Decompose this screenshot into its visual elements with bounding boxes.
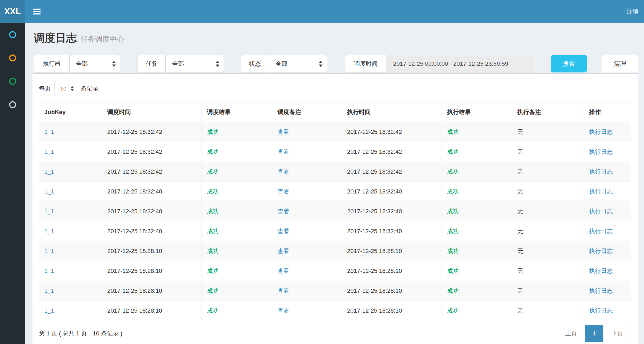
sidebar-item-4[interactable] [0, 93, 25, 116]
app-logo[interactable]: XXL [0, 0, 25, 23]
status-filter-group: 状态 全部 [224, 55, 327, 72]
trigger-result-cell: 成功 [201, 261, 272, 281]
logout-link[interactable]: 注销 [627, 0, 644, 23]
trigger-remark-view-link[interactable]: 查看 [278, 268, 290, 274]
trigger-result-cell: 成功 [201, 182, 272, 202]
trigger-remark-view-link[interactable]: 查看 [278, 208, 290, 215]
sidebar-item-3[interactable] [0, 70, 25, 93]
page-size-select[interactable]: 10 [55, 81, 77, 96]
trigger-remark-view-link[interactable]: 查看 [278, 248, 290, 254]
jobkey-link[interactable]: 1_1 [44, 148, 54, 155]
current-page-button[interactable]: 1 [585, 325, 603, 342]
jobkey-link[interactable]: 1_1 [44, 188, 54, 195]
search-button[interactable]: 搜索 [551, 55, 587, 72]
exec-log-link[interactable]: 执行日志 [589, 188, 613, 195]
exec-remark-cell: 无 [512, 182, 584, 202]
exec-result-cell: 成功 [442, 301, 512, 321]
select-arrows-icon [112, 61, 116, 67]
exec-time-cell: 2017-12-25 18:32:42 [342, 162, 442, 182]
executor-select-value: 全部 [76, 60, 88, 68]
trigger-time-cell: 2017-12-25 18:28:10 [102, 301, 201, 321]
hamburger-icon [33, 9, 41, 10]
jobkey-link[interactable]: 1_1 [44, 248, 54, 254]
exec-log-link[interactable]: 执行日志 [589, 268, 613, 274]
trigger-remark-view-link[interactable]: 查看 [278, 188, 290, 195]
status-filter-label: 状态 [241, 55, 269, 72]
circle-icon [9, 78, 16, 85]
exec-log-link[interactable]: 执行日志 [589, 248, 613, 254]
exec-remark-cell: 无 [512, 241, 584, 261]
log-table-body: 1_1 2017-12-25 18:32:42 成功 查看 2017-12-25… [39, 122, 631, 321]
job-filter-label: 任务 [137, 55, 165, 72]
trigger-result-cell: 成功 [201, 142, 272, 162]
trigger-remark-view-link[interactable]: 查看 [278, 168, 290, 175]
executor-filter-group: 执行器 全部 [34, 55, 120, 72]
exec-log-link[interactable]: 执行日志 [589, 208, 613, 215]
exec-log-link[interactable]: 执行日志 [589, 148, 613, 155]
sidebar-toggle-button[interactable] [25, 0, 49, 23]
sidebar-item-1[interactable] [0, 23, 25, 46]
table-footer: 第 1 页 ( 总共 1 页，10 条记录 ) 上页 1 下页 [39, 325, 631, 342]
trigger-time-filter-label: 调度时间 [345, 55, 386, 72]
table-row: 1_1 2017-12-25 18:32:42 成功 查看 2017-12-25… [39, 142, 631, 162]
exec-result-cell: 成功 [442, 221, 512, 241]
job-select-value: 全部 [172, 60, 184, 68]
table-row: 1_1 2017-12-25 18:28:10 成功 查看 2017-12-25… [39, 301, 631, 321]
exec-time-cell: 2017-12-25 18:32:40 [342, 221, 442, 241]
jobkey-link[interactable]: 1_1 [44, 287, 54, 294]
page-title: 调度日志 [34, 32, 77, 44]
exec-time-cell: 2017-12-25 18:32:42 [342, 142, 442, 162]
sidebar-item-2[interactable] [0, 46, 25, 70]
jobkey-link[interactable]: 1_1 [44, 208, 54, 215]
trigger-time-cell: 2017-12-25 18:32:42 [102, 162, 201, 182]
exec-log-link[interactable]: 执行日志 [589, 129, 613, 135]
table-row: 1_1 2017-12-25 18:28:10 成功 查看 2017-12-25… [39, 281, 631, 301]
exec-remark-cell: 无 [512, 202, 584, 221]
jobkey-link[interactable]: 1_1 [44, 307, 54, 314]
table-row: 1_1 2017-12-25 18:28:10 成功 查看 2017-12-25… [39, 261, 631, 281]
exec-remark-cell: 无 [512, 261, 584, 281]
jobkey-link[interactable]: 1_1 [44, 129, 54, 135]
exec-result-cell: 成功 [442, 202, 512, 221]
exec-remark-cell: 无 [512, 122, 584, 142]
select-arrows-icon [71, 86, 74, 91]
column-header-trigger-remark: 调度备注 [272, 103, 342, 122]
job-filter-group: 任务 全部 [120, 55, 224, 72]
exec-result-cell: 成功 [442, 182, 512, 202]
circle-icon [9, 54, 16, 61]
trigger-time-filter-group: 调度时间 2017-12-25 00:00:00 - 2017-12-25 23… [327, 55, 533, 72]
clear-button[interactable]: 清理 [602, 55, 638, 72]
exec-remark-cell: 无 [512, 142, 584, 162]
executor-select[interactable]: 全部 [69, 55, 120, 72]
trigger-remark-view-link[interactable]: 查看 [278, 228, 290, 235]
job-select[interactable]: 全部 [165, 55, 224, 72]
trigger-time-cell: 2017-12-25 18:32:42 [102, 142, 201, 162]
trigger-time-range-input[interactable]: 2017-12-25 00:00:00 - 2017-12-25 23:59:5… [386, 55, 533, 72]
trigger-remark-view-link[interactable]: 查看 [278, 148, 290, 155]
table-row: 1_1 2017-12-25 18:32:40 成功 查看 2017-12-25… [39, 202, 631, 221]
exec-log-link[interactable]: 执行日志 [589, 307, 613, 314]
trigger-result-cell: 成功 [201, 301, 272, 321]
exec-time-cell: 2017-12-25 18:32:40 [342, 202, 442, 221]
trigger-result-cell: 成功 [201, 241, 272, 261]
exec-log-link[interactable]: 执行日志 [589, 168, 613, 175]
trigger-result-cell: 成功 [201, 202, 272, 221]
exec-result-cell: 成功 [442, 122, 512, 142]
table-row: 1_1 2017-12-25 18:28:10 成功 查看 2017-12-25… [39, 241, 631, 261]
trigger-remark-view-link[interactable]: 查看 [278, 307, 290, 314]
trigger-remark-view-link[interactable]: 查看 [278, 129, 290, 135]
exec-time-cell: 2017-12-25 18:28:10 [342, 281, 442, 301]
status-select[interactable]: 全部 [269, 55, 327, 72]
exec-log-link[interactable]: 执行日志 [589, 228, 613, 235]
column-header-trigger-result: 调度结果 [201, 103, 272, 122]
jobkey-link[interactable]: 1_1 [44, 228, 54, 235]
jobkey-link[interactable]: 1_1 [44, 268, 54, 274]
column-header-action: 操作 [584, 103, 631, 122]
exec-result-cell: 成功 [442, 162, 512, 182]
prev-page-button[interactable]: 上页 [557, 325, 585, 342]
exec-log-link[interactable]: 执行日志 [589, 287, 613, 294]
next-page-button[interactable]: 下页 [603, 325, 631, 342]
trigger-remark-view-link[interactable]: 查看 [278, 287, 290, 294]
exec-remark-cell: 无 [512, 162, 584, 182]
jobkey-link[interactable]: 1_1 [44, 168, 54, 175]
